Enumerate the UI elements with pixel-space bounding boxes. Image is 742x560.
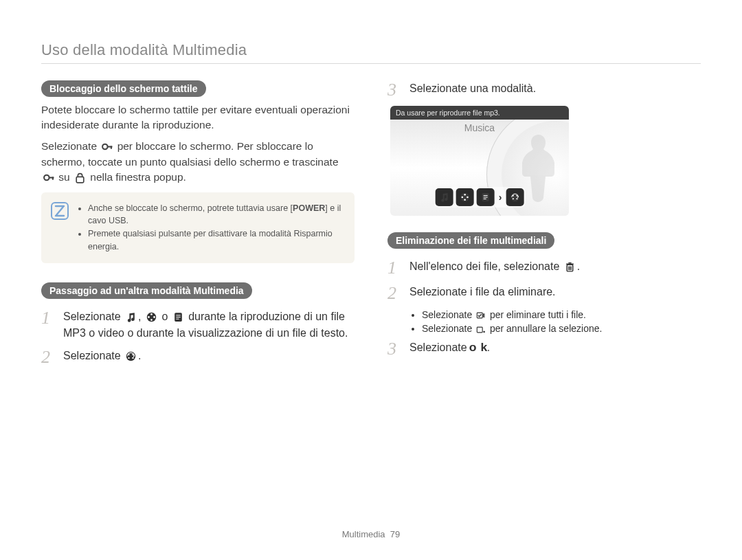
step-number: 1 bbox=[387, 258, 403, 277]
select-all-icon bbox=[476, 310, 486, 321]
ok-icon: o k bbox=[469, 339, 488, 355]
delete-step-1: Nell'elenco dei file, selezionate . bbox=[409, 258, 580, 275]
delete-sub-deselect: Selezionate per annullare la selezione. bbox=[422, 323, 701, 335]
lock-description-1: Potete bloccare lo schermo tattile per e… bbox=[41, 102, 355, 132]
mode-switch-button[interactable] bbox=[506, 188, 524, 206]
heading-switch-mode: Passaggio ad un'altra modalità Multimedi… bbox=[41, 282, 252, 299]
music-icon bbox=[125, 309, 137, 325]
video-reel-icon bbox=[146, 309, 157, 325]
switch-step-2: Selezionate . bbox=[63, 348, 142, 364]
note-icon bbox=[51, 202, 69, 223]
heading-lock-screen: Bloccaggio dello schermo tattile bbox=[41, 80, 206, 97]
right-column: 3 Selezionate una modalità. Da usare per… bbox=[387, 80, 701, 513]
select-mode-step: Selezionate una modalità. bbox=[409, 80, 536, 96]
trash-icon bbox=[564, 259, 576, 275]
step-number: 2 bbox=[387, 284, 403, 302]
delete-sub-select-all: Selezionate per eliminare tutti i file. bbox=[422, 309, 701, 321]
text-file-icon bbox=[172, 309, 184, 325]
delete-step-2: Selezionate i file da eliminare. bbox=[409, 284, 556, 300]
step-number: 1 bbox=[41, 309, 56, 327]
mode-text-button[interactable] bbox=[477, 188, 495, 206]
page-title: Uso della modalità Multimedia bbox=[41, 41, 701, 64]
deselect-icon bbox=[476, 324, 486, 335]
note-callout: Anche se bloccate lo schermo, potrete tu… bbox=[41, 192, 355, 263]
delete-step-3: Selezionate o k. bbox=[409, 339, 490, 355]
device-screenshot: Da usare per riprodurre file mp3. Musica… bbox=[390, 106, 569, 216]
step-number: 3 bbox=[387, 339, 403, 358]
step-number: 3 bbox=[387, 80, 403, 99]
heading-delete-files: Eliminazione dei file multimediali bbox=[387, 232, 554, 249]
note-line-2: Premete qualsiasi pulsante per disattiva… bbox=[88, 227, 344, 254]
lock-description-2: Selezionate per bloccare lo schermo. Per… bbox=[41, 139, 355, 185]
mode-music-button[interactable] bbox=[436, 188, 453, 206]
key-lock-icon bbox=[101, 139, 113, 155]
device-tooltip: Da usare per riprodurre file mp3. bbox=[390, 106, 569, 120]
left-column: Bloccaggio dello schermo tattile Potete … bbox=[41, 80, 355, 513]
step-number: 2 bbox=[41, 348, 56, 366]
page-footer: Multimedia 79 bbox=[41, 513, 701, 539]
mode-video-button[interactable] bbox=[456, 188, 474, 206]
key-icon bbox=[43, 170, 54, 186]
mode-switch-icon bbox=[125, 348, 137, 364]
mode-switch-bar: › bbox=[434, 187, 526, 208]
lock-icon bbox=[74, 170, 86, 186]
note-line-1: Anche se bloccate lo schermo, potrete tu… bbox=[88, 202, 344, 228]
chevron-right-icon: › bbox=[497, 192, 504, 203]
switch-step-1: Selezionate , o durante la riproduzione … bbox=[63, 309, 355, 341]
